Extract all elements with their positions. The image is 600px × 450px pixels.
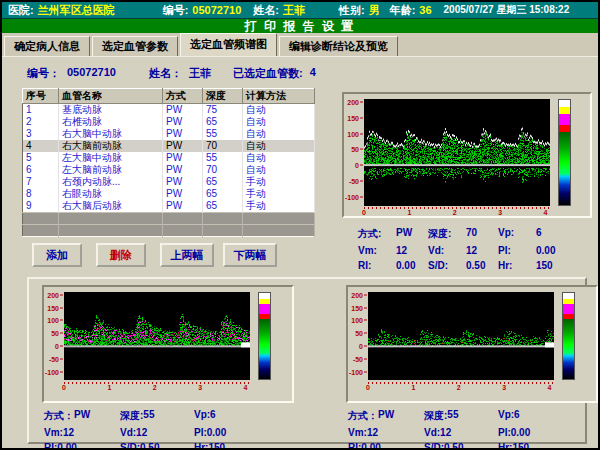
param-label: RI: [44, 442, 57, 450]
tab-2[interactable]: 选定血管参数 [92, 36, 178, 56]
menu-banner: 打 印 报 告 设 置 [2, 19, 598, 33]
cell: PW [163, 188, 203, 200]
tab-3[interactable]: 选定血管频谱图 [180, 33, 277, 56]
x-axis: 01234 [364, 209, 550, 217]
y-tick-label: 150 [47, 304, 63, 311]
vessel-row[interactable]: 9右大脑后动脉PW65手动 [23, 200, 315, 213]
info-id-value: 05072710 [67, 66, 116, 81]
param-label: Hr: [194, 442, 208, 450]
cell: 右眼动脉 [59, 188, 163, 200]
title-bar: 医院: 兰州军区总医院 编号: 05072710 姓名: 王菲 性别: 男 年龄… [2, 2, 598, 19]
cell: 右椎动脉 [59, 116, 163, 128]
info-name-label: 姓名： [149, 66, 182, 81]
cell: 右大脑后动脉 [59, 200, 163, 213]
param: Hr:150 [498, 442, 578, 450]
hospital-label: 医院: [8, 3, 34, 18]
cell: 4 [23, 140, 59, 152]
next-two-button[interactable]: 下两幅 [223, 243, 277, 267]
vessel-row[interactable]: 6左大脑前动脉PW70自动 [23, 164, 315, 176]
param-value: 12 [63, 427, 74, 438]
param-label: S/D: [424, 442, 444, 450]
param: 方式:PW [358, 227, 428, 241]
param-value: PW [378, 409, 394, 423]
patient-id-label: 编号: [163, 3, 189, 18]
cell: 70 [203, 164, 243, 176]
cell: 1 [23, 104, 59, 117]
param-label: PI: [498, 245, 528, 256]
param-label: 深度: [424, 409, 447, 423]
tab-1[interactable]: 确定病人信息 [4, 36, 90, 56]
x-tick-label: 0 [362, 209, 366, 216]
param: Hr:150 [194, 442, 274, 450]
param-value: 6 [536, 227, 542, 241]
cell: PW [163, 140, 203, 152]
param-value: 0.00 [207, 427, 226, 438]
param-value: 0.00 [511, 427, 530, 438]
param: S/D:0.50 [424, 442, 498, 450]
cell: PW [163, 164, 203, 176]
cell: 左大脑前动脉 [59, 164, 163, 176]
param-label: S/D: [120, 442, 140, 450]
y-axis: 200150100500-50-100 [344, 99, 363, 206]
tab-4[interactable]: 编辑诊断结论及预览 [279, 36, 398, 56]
param-label: Vm: [44, 427, 63, 438]
param-value: 6 [210, 409, 216, 423]
cell: 70 [203, 140, 243, 152]
vessel-row[interactable]: 8右眼动脉PW65手动 [23, 188, 315, 200]
y-tick-label: -50 [349, 177, 363, 184]
param: Vd:12 [424, 427, 498, 438]
age-label: 年龄: [390, 3, 416, 18]
param-label: 方式: [358, 227, 388, 241]
vessel-row[interactable]: 4右大脑前动脉PW70自动 [23, 140, 315, 152]
y-tick-label: 50 [351, 146, 363, 153]
gender-value: 男 [369, 3, 380, 18]
y-tick-label: 150 [347, 114, 363, 121]
param-value: 0.00 [57, 442, 76, 450]
x-axis: 01234 [368, 384, 554, 392]
cell: 自动 [243, 140, 315, 152]
hospital-name: 兰州军区总医院 [38, 3, 115, 18]
prev-two-button[interactable]: 上两幅 [160, 243, 214, 267]
cell: 基底动脉 [59, 104, 163, 117]
param: RI:0.00 [44, 442, 120, 450]
param: Vp:6 [498, 409, 578, 423]
y-tick-label: -50 [49, 356, 63, 363]
y-tick-label: 100 [347, 130, 363, 137]
velocity-colorbar [258, 292, 271, 380]
vessel-table: 序号血管名称方式深度计算方法 1基底动脉PW75自动2右椎动脉PW65自动3右大… [22, 88, 315, 237]
column-header: 序号 [23, 89, 59, 104]
cell: 自动 [243, 164, 315, 176]
y-tick-label: -50 [353, 356, 367, 363]
vessel-row[interactable]: 5左大脑中动脉PW55自动 [23, 152, 315, 164]
cell: 右颈内动脉... [59, 176, 163, 188]
param-label: RI: [348, 442, 361, 450]
y-tick-label: -100 [45, 369, 63, 376]
param-label: Vd: [424, 427, 440, 438]
param-value: 12 [367, 427, 378, 438]
param: 方式：PW [348, 409, 424, 423]
cell: 自动 [243, 116, 315, 128]
vessel-row[interactable]: 2右椎动脉PW65自动 [23, 116, 315, 128]
cell: 手动 [243, 188, 315, 200]
main-content: 编号： 05072710 姓名： 王菲 已选定血管数: 4 序号血管名称方式深度… [2, 57, 598, 448]
param-label: PI: [498, 427, 511, 438]
add-button[interactable]: 添加 [32, 243, 82, 267]
cell: 75 [203, 104, 243, 117]
vessel-row[interactable]: 3右大脑中动脉PW55自动 [23, 128, 315, 140]
param: Vm:12 [348, 427, 424, 438]
vessel-row[interactable]: 1基底动脉PW75自动 [23, 104, 315, 117]
y-tick-label: 200 [47, 291, 63, 298]
info-id-label: 编号： [27, 66, 60, 81]
column-header: 方式 [163, 89, 203, 104]
y-tick-label: 100 [351, 317, 367, 324]
param: Vp:6 [194, 409, 274, 423]
vessel-row[interactable]: 7右颈内动脉...PW65手动 [23, 176, 315, 188]
cell: 6 [23, 164, 59, 176]
param-label: Vp: [498, 409, 514, 423]
cell: PW [163, 116, 203, 128]
param-value: 12 [396, 245, 407, 256]
cell: 65 [203, 176, 243, 188]
param-label: Hr: [498, 442, 512, 450]
delete-button[interactable]: 删除 [96, 243, 146, 267]
cell: 65 [203, 116, 243, 128]
